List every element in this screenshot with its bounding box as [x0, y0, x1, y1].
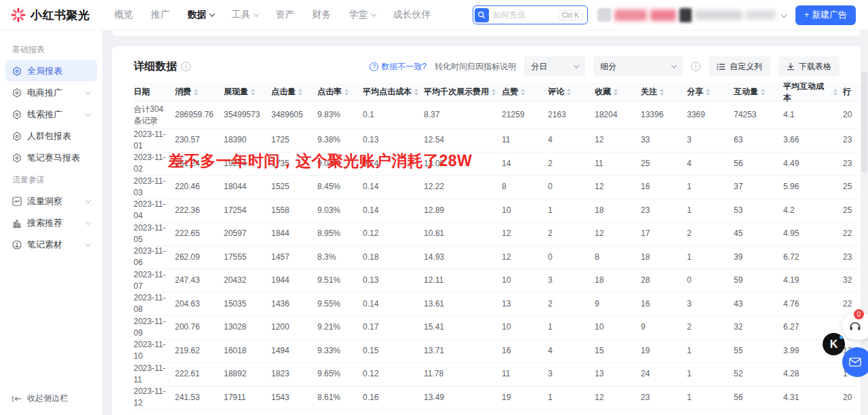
column-header-展现量[interactable]: 展现量: [224, 86, 271, 98]
sort-icon[interactable]: [492, 89, 496, 96]
censored-account-name: [614, 9, 647, 21]
report-icon: [12, 153, 22, 163]
info-icon[interactable]: i: [691, 62, 701, 71]
nav-item-资产[interactable]: 资产: [276, 9, 295, 21]
granularity-select[interactable]: 分日: [524, 56, 585, 77]
table-cell: 1200: [271, 321, 317, 333]
sort-icon[interactable]: [761, 89, 765, 96]
table-cell: 23: [843, 252, 861, 263]
sidebar-item-线索推广[interactable]: 线索推广: [5, 104, 97, 125]
column-header-分享[interactable]: 分享: [687, 86, 734, 98]
table-cell: 2163: [548, 109, 595, 121]
table-cell: 0.14: [363, 205, 424, 216]
sort-icon[interactable]: [298, 89, 302, 96]
table-cell: 15035: [224, 298, 271, 310]
customize-columns-button[interactable]: 自定义列: [709, 56, 770, 77]
data-inconsistent-link[interactable]: ? 数据不一致?: [370, 61, 427, 73]
table-cell: 23: [641, 392, 687, 403]
column-header-点赞[interactable]: 点赞: [502, 86, 548, 98]
sidebar-item-搜索推荐[interactable]: 搜索推荐: [5, 212, 97, 233]
sort-icon[interactable]: [251, 89, 255, 96]
spark-logo-icon: [11, 7, 26, 22]
download-table-button[interactable]: 下载表格: [778, 56, 840, 77]
nav-item-财务[interactable]: 财务: [313, 9, 332, 21]
sort-icon[interactable]: [660, 89, 664, 96]
sidebar-item-电商推广[interactable]: 电商推广: [5, 82, 97, 103]
sort-icon[interactable]: [521, 89, 525, 96]
column-header-平均点击成本[interactable]: 平均点击成本: [363, 86, 424, 98]
table-cell: 204.63: [175, 298, 224, 310]
new-ad-button[interactable]: + 新建广告: [795, 5, 856, 25]
account-menu[interactable]: [597, 8, 786, 22]
table-cell: 15: [595, 345, 641, 357]
table-row: 2023-11-10219.621601814949.33%0.1513.711…: [134, 340, 861, 363]
table-cell: 10: [502, 321, 548, 333]
sidebar-item-流量洞察[interactable]: 流量洞察: [5, 191, 97, 212]
nav-item-推广[interactable]: 推广: [151, 9, 170, 21]
column-header-收藏[interactable]: 收藏: [595, 86, 641, 98]
table-row: 2023-11-12241.531791115438.61%0.1613.491…: [134, 387, 861, 410]
search-input[interactable]: [489, 10, 558, 20]
sort-icon[interactable]: [833, 89, 837, 96]
sort-icon[interactable]: [194, 89, 198, 96]
column-header-平均千次展示费用[interactable]: 平均千次展示费用: [424, 86, 502, 98]
column-header-日期: 日期: [134, 86, 175, 98]
nav-item-概览[interactable]: 概览: [115, 9, 134, 21]
date-cell: 2023-11-10: [134, 339, 175, 362]
sidebar-item-笔记赛马报表[interactable]: 笔记赛马报表: [5, 147, 97, 168]
table-cell: 0.15: [363, 345, 424, 357]
download-icon: [787, 62, 795, 71]
feedback-mail-button[interactable]: [842, 347, 868, 377]
table-cell: 1457: [271, 252, 317, 263]
chevron-down-icon: [370, 11, 376, 16]
table-cell: 18: [595, 275, 641, 286]
collapse-sidebar-button[interactable]: 收起侧边栏: [12, 393, 68, 404]
sort-icon[interactable]: [567, 89, 571, 96]
column-header-关注[interactable]: 关注: [641, 86, 687, 98]
search-box[interactable]: Ctrl K: [473, 5, 588, 24]
column-header-点击量[interactable]: 点击量: [271, 86, 317, 98]
table-cell: 17911: [224, 392, 271, 403]
attribution-note-link[interactable]: 转化时间归因指标说明: [435, 61, 516, 73]
column-header-互动量[interactable]: 互动量: [734, 86, 783, 98]
table-cell: 13396: [641, 109, 687, 121]
table-row: 2023-11-04222.361725415589.03%0.1412.891…: [134, 199, 861, 223]
sort-icon[interactable]: [614, 89, 618, 96]
chevron-down-icon: [85, 197, 91, 203]
column-header-平均互动成本[interactable]: 平均互动成本: [783, 83, 843, 104]
nav-item-学堂[interactable]: 学堂: [349, 9, 376, 21]
table-cell: 28: [641, 275, 687, 286]
table-cell: 18390: [224, 134, 271, 146]
table-cell: 23: [843, 158, 861, 170]
table-cell: 1494: [271, 345, 317, 357]
summary-row: 合计304条记录286959.763549957334896059.83%0.1…: [134, 102, 861, 129]
sidebar-item-笔记素材[interactable]: 笔记素材: [5, 234, 97, 255]
column-header-消费[interactable]: 消费: [175, 86, 224, 98]
date-cell: 2023-11-03: [134, 176, 175, 199]
table-cell: 17: [641, 228, 687, 239]
sort-icon[interactable]: [414, 89, 418, 96]
k-app-button[interactable]: K: [823, 333, 845, 355]
table-cell: 59: [734, 275, 783, 286]
sidebar-item-人群包报表[interactable]: 人群包报表: [5, 125, 97, 146]
nav-item-数据[interactable]: 数据: [188, 9, 214, 21]
censored-account-id: [746, 10, 776, 20]
k-notification-dot: [840, 336, 843, 339]
nav-item-成长伙伴[interactable]: 成长伙伴: [393, 9, 431, 21]
chevron-down-icon: [209, 11, 214, 16]
customer-support-button[interactable]: 0: [842, 313, 868, 340]
segment-select[interactable]: 细分: [593, 56, 683, 77]
app-logo[interactable]: 小红书聚光: [11, 7, 90, 23]
nav-item-工具[interactable]: 工具: [232, 9, 258, 21]
sort-icon[interactable]: [706, 89, 710, 96]
table-cell: 25: [641, 158, 687, 170]
column-header-评论[interactable]: 评论: [548, 86, 595, 98]
date-cell: 2023-11-12: [134, 386, 175, 409]
column-header-点击率[interactable]: 点击率: [317, 86, 363, 98]
table-cell: 8.3%: [317, 252, 363, 263]
info-icon[interactable]: i: [181, 62, 191, 71]
chevron-down-icon: [671, 62, 677, 68]
sidebar-item-全局报表[interactable]: 全局报表: [5, 60, 97, 81]
sort-icon[interactable]: [344, 89, 349, 96]
scrollbar-thumb[interactable]: [861, 71, 867, 173]
